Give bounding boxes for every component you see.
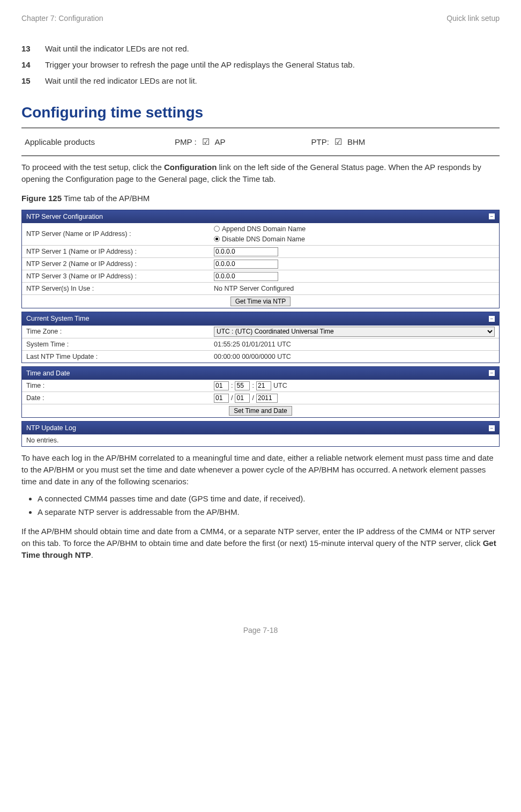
ntp-button-row: Get Time via NTP	[22, 295, 499, 308]
log-panel-body: No entries.	[22, 434, 499, 446]
lastupdate-value: 00:00:00 00/00/0000 UTC	[214, 352, 495, 361]
time-ss-input[interactable]	[256, 381, 271, 390]
slash-sep: /	[252, 393, 254, 403]
get-time-ntp-button[interactable]: Get Time via NTP	[230, 297, 291, 306]
checkbox-icon: ☑	[202, 136, 210, 148]
ntp-dns-row: NTP Server (Name or IP Address) : Append…	[22, 223, 499, 246]
step-list: 13Wait until the indicator LEDs are not …	[21, 43, 500, 86]
ptp-group: PTP: ☑ BHM	[311, 136, 366, 148]
date-dd-input[interactable]	[214, 394, 229, 403]
date-row: Date : / /	[22, 392, 499, 404]
step-text: Wait until the red indicator LEDs are no…	[45, 75, 197, 87]
time-hh-input[interactable]	[214, 381, 229, 390]
radio-disable-dns[interactable]: Disable DNS Domain Name	[214, 234, 305, 244]
header-left: Chapter 7: Configuration	[21, 13, 103, 24]
ntp-server3-input[interactable]	[214, 272, 278, 281]
applicable-label: Applicable products	[25, 136, 175, 148]
time-row: Time : : : UTC	[22, 380, 499, 392]
cst-panel: Current System Time − Time Zone : UTC : …	[21, 312, 500, 363]
radio-icon	[214, 236, 220, 242]
date-mo-input[interactable]	[235, 394, 250, 403]
intro-bold: Configuration	[164, 163, 217, 172]
ntp-inuse-label: NTP Server(s) In Use :	[26, 284, 214, 293]
figure-number: Figure 125	[21, 194, 62, 203]
log-text: No entries.	[26, 435, 58, 445]
td-panel-body: Time : : : UTC Date : / / Set Time and D…	[22, 380, 499, 417]
cst-panel-body: Time Zone : UTC : (UTC) Coordinated Univ…	[22, 326, 499, 363]
systemtime-label: System Time :	[26, 339, 214, 349]
intro-pre: To proceed with the test setup, click th…	[21, 163, 164, 172]
td-panel-title: Time and Date	[26, 368, 70, 378]
step-text: Trigger your browser to refresh the page…	[45, 59, 355, 71]
time-tz: UTC	[273, 381, 287, 390]
radio-label: Append DNS Domain Name	[222, 224, 306, 234]
lastupdate-label: Last NTP Time Update :	[26, 352, 214, 361]
divider	[21, 128, 500, 128]
ntp-panel-header: NTP Server Configuration −	[22, 210, 499, 223]
cst-panel-header: Current System Time −	[22, 312, 499, 325]
step-item: 15Wait until the red indicator LEDs are …	[21, 75, 500, 87]
step-text: Wait until the indicator LEDs are not re…	[45, 43, 189, 55]
collapse-icon[interactable]: −	[489, 370, 495, 376]
intro-paragraph: To proceed with the test setup, click th…	[21, 161, 500, 185]
bullet-item: A separate NTP server is addressable fro…	[38, 506, 500, 518]
step-item: 14Trigger your browser to refresh the pa…	[21, 59, 500, 71]
ntp-inuse-row: NTP Server(s) In Use : No NTP Server Con…	[22, 283, 499, 295]
collapse-icon[interactable]: −	[489, 316, 495, 322]
para3-pre: If the AP/BHM should obtain time and dat…	[21, 527, 495, 548]
log-panel-header: NTP Update Log −	[22, 422, 499, 434]
page-header: Chapter 7: Configuration Quick link setu…	[21, 13, 500, 24]
timezone-row: Time Zone : UTC : (UTC) Coordinated Univ…	[22, 326, 499, 338]
ptp-item: BHM	[347, 136, 365, 148]
bullet-item: A connected CMM4 passes time and date (G…	[38, 493, 500, 505]
ntp-panel: NTP Server Configuration − NTP Server (N…	[21, 210, 500, 309]
bullet-list: A connected CMM4 passes time and date (G…	[21, 493, 500, 519]
systemtime-row: System Time : 01:55:25 01/01/2011 UTC	[22, 338, 499, 351]
ntp-server1-input[interactable]	[214, 247, 278, 256]
colon-sep: :	[231, 381, 233, 390]
ntp-dns-label: NTP Server (Name or IP Address) :	[26, 229, 214, 239]
radio-label: Disable DNS Domain Name	[222, 234, 305, 244]
step-num: 15	[21, 75, 45, 87]
para3-post: .	[91, 550, 93, 559]
log-row: No entries.	[22, 434, 499, 446]
log-panel: NTP Update Log − No entries.	[21, 421, 500, 447]
checkbox-icon: ☑	[334, 136, 342, 148]
ntp-server3-row: NTP Server 3 (Name or IP Address) :	[22, 270, 499, 283]
ptp-label: PTP:	[311, 136, 329, 148]
time-label: Time :	[26, 381, 214, 390]
timezone-label: Time Zone :	[26, 327, 214, 336]
td-panel: Time and Date − Time : : : UTC Date : / …	[21, 366, 500, 418]
ntp-server2-input[interactable]	[214, 260, 278, 269]
cst-panel-title: Current System Time	[26, 314, 89, 323]
collapse-icon[interactable]: −	[489, 425, 495, 431]
ntp-panel-title: NTP Server Configuration	[26, 212, 103, 222]
section-heading: Configuring time settings	[21, 102, 500, 124]
collapse-icon[interactable]: −	[489, 213, 495, 219]
time-mm-input[interactable]	[235, 381, 250, 390]
header-right: Quick link setup	[446, 13, 500, 24]
systemtime-value: 01:55:25 01/01/2011 UTC	[214, 339, 495, 349]
step-num: 14	[21, 59, 45, 71]
lastupdate-row: Last NTP Time Update : 00:00:00 00/00/00…	[22, 351, 499, 363]
ntp-server1-label: NTP Server 1 (Name or IP Address) :	[26, 247, 214, 256]
pmp-group: PMP : ☑ AP	[175, 136, 226, 148]
ntp-server2-label: NTP Server 2 (Name or IP Address) :	[26, 259, 214, 269]
date-yy-input[interactable]	[256, 394, 278, 403]
paragraph-3: If the AP/BHM should obtain time and dat…	[21, 526, 500, 560]
ntp-panel-body: NTP Server (Name or IP Address) : Append…	[22, 223, 499, 308]
paragraph-2: To have each log in the AP/BHM correlate…	[21, 452, 500, 487]
pmp-label: PMP :	[175, 136, 197, 148]
slash-sep: /	[231, 393, 233, 403]
timezone-select[interactable]: UTC : (UTC) Coordinated Universal Time	[214, 327, 495, 337]
colon-sep: :	[252, 381, 254, 390]
log-panel-title: NTP Update Log	[26, 423, 76, 433]
radio-append-dns[interactable]: Append DNS Domain Name	[214, 224, 306, 234]
set-time-date-button[interactable]: Set Time and Date	[229, 406, 292, 416]
figure-caption: Figure 125 Time tab of the AP/BHM	[21, 193, 500, 204]
page-footer: Page 7-18	[21, 625, 500, 636]
divider	[21, 156, 500, 156]
ntp-server3-label: NTP Server 3 (Name or IP Address) :	[26, 271, 214, 281]
ntp-server2-row: NTP Server 2 (Name or IP Address) :	[22, 258, 499, 270]
step-item: 13Wait until the indicator LEDs are not …	[21, 43, 500, 55]
